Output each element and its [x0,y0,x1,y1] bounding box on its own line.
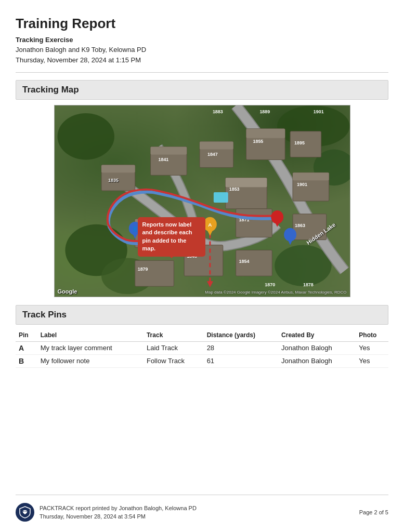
report-team: Jonathon Balogh and K9 Toby, Kelowna PD [16,45,388,55]
svg-rect-13 [246,129,285,138]
pin-a-distance: 28 [204,342,278,355]
svg-text:👤: 👤 [132,226,138,232]
svg-rect-25 [135,260,174,286]
tracking-map-header: Tracking Map [16,80,388,100]
track-pins-section: Track Pins Pin Label Track Distance (yar… [16,305,388,368]
map-image: 1835 1841 1847 1855 1895 1901 1863 1853 … [54,105,350,297]
footer: PACKTRACK report printed by Jonathon Bal… [16,495,388,522]
table-row: B My follower note Follow Track 61 Jonat… [16,355,388,368]
footer-page: Page 2 of 5 [359,509,388,515]
svg-rect-7 [101,165,135,172]
svg-text:1878: 1878 [303,282,313,287]
svg-rect-11 [200,142,233,150]
svg-text:1854: 1854 [239,259,249,264]
pin-b-label: My follower note [37,355,144,368]
svg-point-0 [57,113,114,160]
table-header-row: Pin Label Track Distance (yards) Created… [16,330,388,342]
svg-point-62 [25,511,27,512]
svg-rect-9 [150,147,187,155]
track-pins-header: Track Pins [16,305,388,325]
pin-b-photo: Yes [356,355,388,368]
svg-rect-16 [293,172,329,180]
footer-left: PACKTRACK report printed by Jonathon Bal… [16,503,197,522]
map-data-credit: Map data ©2024 Google Imagery ©2024 Airb… [205,290,346,295]
svg-text:1883: 1883 [212,109,223,114]
svg-marker-60 [287,238,293,245]
svg-text:1889: 1889 [259,109,270,114]
svg-text:1847: 1847 [207,152,217,157]
footer-text: PACKTRACK report printed by Jonathon Bal… [40,504,197,521]
google-watermark: Google [58,288,77,295]
svg-point-61 [23,511,24,512]
pin-a-photo: Yes [356,342,388,355]
footer-report-text: PACKTRACK report printed by Jonathon Bal… [40,504,197,513]
pin-b-distance: 61 [204,355,278,368]
svg-text:1835: 1835 [108,178,118,183]
report-title: Training Report [16,16,388,32]
pin-a-track: Laid Track [144,342,204,355]
svg-rect-24 [236,209,272,237]
exercise-label: Tracking Exercise [16,36,388,44]
shield-dog-icon [19,506,31,518]
col-distance: Distance (yards) [204,330,278,342]
svg-text:1901: 1901 [297,182,307,187]
svg-marker-47 [206,281,213,287]
pin-b-track: Follow Track [144,355,204,368]
svg-text:1895: 1895 [294,140,305,145]
svg-text:1901: 1901 [313,109,323,114]
tracking-map-section: Tracking Map [16,80,388,302]
pin-b-id: B [16,355,37,368]
footer-print-date: Thursday, November 28, 2024 at 3:54 PM [40,512,197,521]
pin-a-label: My track layer comment [37,342,144,355]
svg-text:1863: 1863 [295,223,305,228]
svg-rect-19 [225,178,267,187]
svg-marker-49 [206,229,213,236]
svg-text:1853: 1853 [229,187,239,192]
svg-text:A: A [208,222,212,228]
svg-text:1855: 1855 [253,139,263,144]
col-created-by: Created By [278,330,356,342]
svg-text:1841: 1841 [158,157,168,162]
report-date: Thursday, November 28, 2024 at 1:15 PM [16,55,388,65]
col-track: Track [144,330,204,342]
svg-text:1879: 1879 [137,267,148,272]
col-label: Label [37,330,144,342]
pin-b-created-by: Jonathon Balogh [278,355,356,368]
map-callout: Reports now label and describe each pin … [138,217,205,257]
map-svg-overlay: 1835 1841 1847 1855 1895 1901 1863 1853 … [55,105,350,297]
pin-a-created-by: Jonathon Balogh [278,342,356,355]
packtrack-logo-icon [16,503,34,522]
svg-text:1870: 1870 [265,282,275,287]
svg-rect-26 [213,192,228,203]
table-row: A My track layer comment Laid Track 28 J… [16,342,388,355]
col-photo: Photo [356,330,388,342]
pin-a-id: A [16,342,37,355]
header-divider [16,72,388,73]
map-container: 1835 1841 1847 1855 1895 1901 1863 1853 … [16,105,388,297]
pins-table: Pin Label Track Distance (yards) Created… [16,330,388,368]
col-pin: Pin [16,330,37,342]
